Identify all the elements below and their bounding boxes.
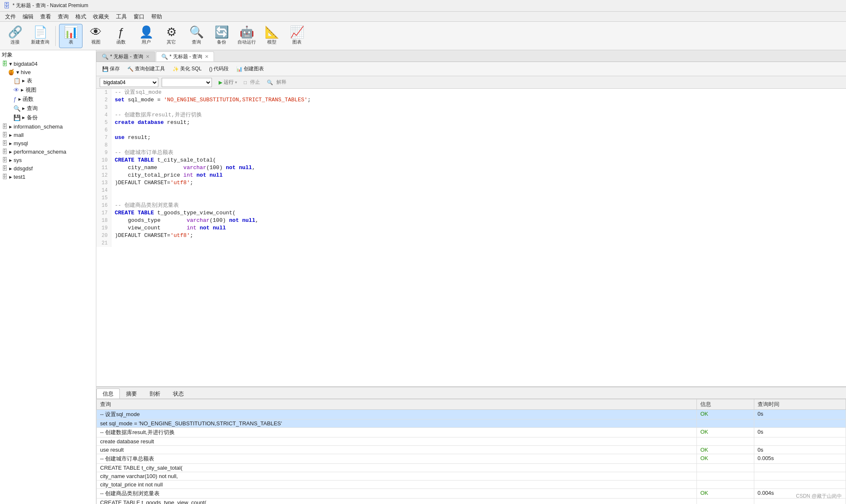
function-label: 函数 <box>116 39 126 45</box>
kw-token: CREATE <box>115 157 134 163</box>
tree-item-▸-视图[interactable]: 👁▸ 视图 <box>0 85 96 95</box>
node-icon: 🗄 <box>2 123 8 130</box>
menu-item-窗口[interactable]: 窗口 <box>130 12 148 21</box>
toolbar-btn-table[interactable]: 📊表 <box>59 24 83 48</box>
table-row[interactable]: city_total_price int not null <box>97 481 846 489</box>
toolbar-btn-connect[interactable]: 🔗连接 <box>3 24 27 48</box>
str-token: 'utf8' <box>170 232 190 239</box>
line-content: view_count int not null <box>111 224 846 232</box>
table-row[interactable]: -- 创建商品类别浏览量表OK0.004s <box>97 489 846 499</box>
ok-badge: OK <box>700 455 708 461</box>
menu-item-文件[interactable]: 文件 <box>2 12 19 21</box>
tree-item-▸-information_schema[interactable]: 🗄▸ information_schema <box>0 122 96 131</box>
result-tab-剖析[interactable]: 剖析 <box>143 388 167 399</box>
tree-item-▸-mysql[interactable]: 🗄▸ mysql <box>0 139 96 147</box>
tree-item-▸-test1[interactable]: 🗄▸ test1 <box>0 172 96 181</box>
create-chart-button[interactable]: 📊 创建图表 <box>234 64 266 73</box>
line-content <box>111 141 846 149</box>
line-content <box>111 104 846 111</box>
table-row[interactable]: create database result <box>97 437 846 446</box>
node-icon: 🗄 <box>2 157 8 163</box>
save-icon: 💾 <box>102 66 108 72</box>
line-content: CREATE TABLE t_goods_type_view_count( <box>111 209 846 217</box>
info-cell <box>697 499 754 504</box>
time-cell: 0s <box>754 410 846 419</box>
line-number: 7 <box>96 134 111 141</box>
tab-tab2[interactable]: 🔍* 无标题 - 查询✕ <box>156 51 214 62</box>
tree-item-▸-mall[interactable]: 🗄▸ mall <box>0 131 96 139</box>
result-tab-信息[interactable]: 信息 <box>96 388 120 399</box>
toolbar-btn-autorun[interactable]: 🤖自动运行 <box>235 24 258 48</box>
node-icon: 📋 <box>13 77 21 84</box>
right-pane: 🔍* 无标题 - 查询✕🔍* 无标题 - 查询✕ 💾 保存 🔨 查询创建工具 ✨… <box>96 50 846 504</box>
tree-item-▸-表[interactable]: 📋▸ 表 <box>0 76 96 85</box>
toolbar-btn-new-query[interactable]: 📄新建查询 <box>28 24 52 48</box>
table-row[interactable]: set sql_mode = 'NO_ENGINE_SUBSTITUTION,S… <box>97 419 846 428</box>
other-label: 其它 <box>167 39 176 45</box>
node-icon: 🗄 <box>2 165 8 172</box>
toolbar-btn-query[interactable]: 🔍查询 <box>185 24 208 48</box>
menu-item-查看[interactable]: 查看 <box>37 12 54 21</box>
menu-item-格式[interactable]: 格式 <box>72 12 90 21</box>
menu-item-编辑[interactable]: 编辑 <box>19 12 37 21</box>
time-cell <box>754 437 846 446</box>
db-dropdown[interactable]: bigdata04 <box>100 78 158 87</box>
query-cell: city_total_price int not null <box>97 481 697 489</box>
tree-item-▸-ddsgdsf[interactable]: 🗄▸ ddsgdsf <box>0 164 96 172</box>
toolbar-btn-function[interactable]: ƒ函数 <box>109 24 133 48</box>
info-cell <box>697 419 754 428</box>
table-row[interactable]: -- 设置sql_modeOK0s <box>97 410 846 419</box>
tab-close-btn[interactable]: ✕ <box>146 54 150 59</box>
line-number: 15 <box>96 194 111 202</box>
menu-item-工具[interactable]: 工具 <box>113 12 130 21</box>
toolbar-btn-chart[interactable]: 📈图表 <box>285 24 309 48</box>
tree-item-▸-performance_schema[interactable]: 🗄▸ performance_schema <box>0 147 96 156</box>
tree-item-▸-函数[interactable]: ƒ▸ 函数 <box>0 95 96 104</box>
tree-item-▸-查询[interactable]: 🔍▸ 查询 <box>0 104 96 113</box>
toolbar-btn-model[interactable]: 📐模型 <box>260 24 284 48</box>
table-row[interactable]: -- 创建数据库result,并进行切换OK0s <box>97 428 846 437</box>
ok-badge: OK <box>700 429 708 435</box>
toolbar-btn-backup[interactable]: 🔄备份 <box>210 24 233 48</box>
table-row[interactable]: -- 创建城市订单总额表OK0.005s <box>97 454 846 464</box>
build-query-button[interactable]: 🔨 查询创建工具 <box>125 64 168 73</box>
line-number: 18 <box>96 217 111 224</box>
table-row[interactable]: use resultOK0s <box>97 446 846 454</box>
menu-item-帮助[interactable]: 帮助 <box>148 12 165 21</box>
info-cell: OK <box>697 489 754 499</box>
chart-label: 图表 <box>292 39 302 45</box>
code-editor[interactable]: 1-- 设置sql_mode2set sql_mode = 'NO_ENGINE… <box>96 89 846 387</box>
code-line-21: 21 <box>96 239 846 247</box>
tree-item-▸-备份[interactable]: 💾▸ 备份 <box>0 113 96 122</box>
code-segment-button[interactable]: () 代码段 <box>206 64 231 73</box>
toolbar-btn-other[interactable]: ⚙其它 <box>160 24 183 48</box>
beautify-sql-button[interactable]: ✨ 美化 SQL <box>170 64 204 73</box>
info-cell <box>697 437 754 446</box>
tree-item-▾-hive[interactable]: 🍯▾ hive <box>0 68 96 76</box>
toolbar-btn-view[interactable]: 👁视图 <box>84 24 108 48</box>
kw2-token: varchar <box>183 165 206 171</box>
code-line-4: 4-- 创建数据库result,并进行切换 <box>96 111 846 119</box>
node-label: ▸ 查询 <box>22 105 38 112</box>
save-button[interactable]: 💾 保存 <box>100 64 122 73</box>
toolbar-btn-user[interactable]: 👤用户 <box>134 24 158 48</box>
code-line-11: 11 city_name varchar(100) not null, <box>96 164 846 172</box>
query-toolbar: 💾 保存 🔨 查询创建工具 ✨ 美化 SQL () 代码段 📊 创建图表 <box>96 62 846 76</box>
result-tab-摘要[interactable]: 摘要 <box>120 388 143 399</box>
node-icon: 🗄 <box>2 173 8 180</box>
tab-close-btn[interactable]: ✕ <box>205 54 209 59</box>
table-row[interactable]: CREATE TABLE t_city_sale_total( <box>97 464 846 472</box>
table-row[interactable]: city_name varchar(100) not null, <box>97 472 846 481</box>
run-button[interactable]: ▶ 运行 ▾ <box>215 78 240 87</box>
tab-tab1[interactable]: 🔍* 无标题 - 查询✕ <box>96 51 155 62</box>
table-row[interactable]: CREATE TABLE t_goods_type_view_count( <box>97 499 846 504</box>
menu-item-收藏夹[interactable]: 收藏夹 <box>90 12 113 21</box>
line-number: 6 <box>96 126 111 134</box>
menu-item-查询[interactable]: 查询 <box>54 12 72 21</box>
tree-item-▾-bigdata04[interactable]: 🗄▾ bigdata04 <box>0 59 96 68</box>
time-cell <box>754 481 846 489</box>
table-dropdown[interactable] <box>162 78 212 87</box>
kw2-token: int <box>187 225 196 231</box>
result-tab-状态[interactable]: 状态 <box>167 388 190 399</box>
tree-item-▸-sys[interactable]: 🗄▸ sys <box>0 156 96 164</box>
